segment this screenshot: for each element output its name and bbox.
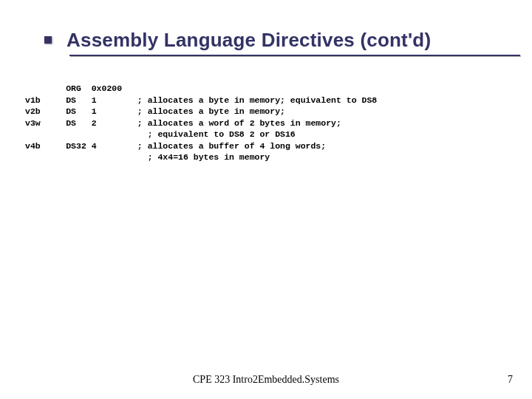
assembly-code-block: ORG 0x0200 v1b DS 1 ; allocates a byte i… — [25, 83, 377, 163]
title-bullet — [44, 36, 52, 44]
page-number: 7 — [508, 374, 513, 386]
slide-title: Assembly Language Directives (cont'd) — [66, 29, 431, 52]
title-underline — [69, 55, 520, 56]
slide-title-bar: Assembly Language Directives (cont'd) — [22, 24, 521, 56]
footer-text: CPE 323 Intro2Embedded.Systems — [0, 374, 532, 386]
